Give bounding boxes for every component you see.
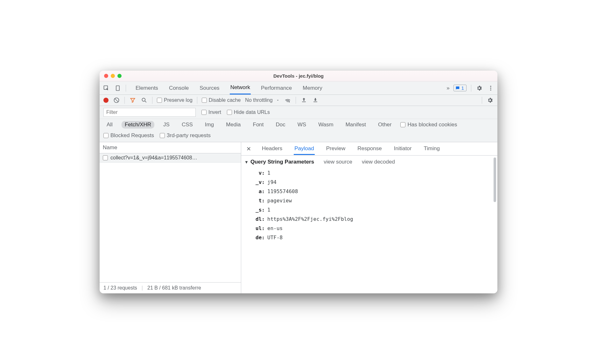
panel-tabstrip: ElementsConsoleSourcesNetworkPerformance… xyxy=(100,81,497,95)
split-pane: Name collect?v=1&_v=j94&a=1195574608… 1 … xyxy=(100,142,497,293)
view-decoded-button[interactable]: view decoded xyxy=(362,159,395,165)
detail-tab-timing[interactable]: Timing xyxy=(423,143,440,155)
inspect-element-icon[interactable] xyxy=(103,85,110,92)
request-count: 1 / 23 requests xyxy=(103,285,137,291)
divider xyxy=(482,97,482,104)
third-party-label: 3rd-party requests xyxy=(167,132,211,139)
type-other[interactable]: Other xyxy=(375,121,395,129)
issues-badge[interactable]: 1 xyxy=(453,85,467,91)
param-key: ul: xyxy=(255,225,265,231)
divider xyxy=(126,85,126,92)
detail-tab-preview[interactable]: Preview xyxy=(326,143,346,155)
param-key: t: xyxy=(255,198,265,204)
name-column-header[interactable]: Name xyxy=(100,142,241,153)
param-row: de:UTF-8 xyxy=(255,233,492,242)
param-value: pageview xyxy=(267,198,292,204)
filter-input[interactable] xyxy=(103,108,196,117)
record-button[interactable] xyxy=(103,98,109,103)
svg-rect-1 xyxy=(116,86,119,90)
invert-checkbox[interactable]: Invert xyxy=(201,109,221,115)
search-icon[interactable] xyxy=(141,97,148,104)
type-fetchxhr[interactable]: Fetch/XHR xyxy=(122,121,154,129)
params-list: v:1_v:j94a:1195574608t:pageview_s:1dl:ht… xyxy=(244,168,492,242)
type-img[interactable]: Img xyxy=(202,121,217,129)
type-manifest[interactable]: Manifest xyxy=(342,121,369,129)
param-key: de: xyxy=(255,234,265,241)
detail-tab-headers[interactable]: Headers xyxy=(261,143,283,155)
settings-icon[interactable] xyxy=(476,85,483,92)
network-conditions-icon[interactable] xyxy=(284,97,291,104)
section-title-text: Query String Parameters xyxy=(250,159,314,165)
extra-filter-row: Blocked Requests 3rd-party requests xyxy=(100,130,497,142)
download-har-icon[interactable] xyxy=(312,97,319,104)
tabs-overflow-button[interactable]: » xyxy=(446,82,450,94)
request-row[interactable]: collect?v=1&_v=j94&a=1195574608… xyxy=(100,153,241,163)
third-party-checkbox[interactable]: 3rd-party requests xyxy=(160,132,211,139)
param-value: en-us xyxy=(267,225,283,231)
row-checkbox[interactable] xyxy=(103,155,108,160)
type-media[interactable]: Media xyxy=(223,121,244,129)
tab-console[interactable]: Console xyxy=(168,82,189,94)
svg-point-3 xyxy=(490,88,491,88)
section-toggle[interactable]: ▼ Query String Parameters xyxy=(244,159,314,165)
window-title: DevTools - jec.fyi/blog xyxy=(100,73,497,79)
tab-performance[interactable]: Performance xyxy=(260,82,292,94)
filter-icon[interactable] xyxy=(129,97,136,104)
svg-rect-9 xyxy=(313,102,317,102)
blocked-requests-checkbox[interactable]: Blocked Requests xyxy=(103,132,154,139)
payload-body: ▼ Query String Parameters view source vi… xyxy=(241,156,497,293)
clear-icon[interactable] xyxy=(113,97,120,104)
divider xyxy=(124,97,125,104)
disable-cache-checkbox[interactable]: Disable cache xyxy=(202,97,241,103)
detail-tab-response[interactable]: Response xyxy=(357,143,383,155)
kebab-menu-icon[interactable] xyxy=(487,85,494,92)
param-key: v: xyxy=(255,170,265,176)
tab-network[interactable]: Network xyxy=(230,81,251,94)
preserve-log-checkbox[interactable]: Preserve log xyxy=(157,97,193,103)
hide-data-urls-label: Hide data URLs xyxy=(234,109,270,115)
param-value: 1 xyxy=(267,170,270,176)
close-detail-icon[interactable]: ✕ xyxy=(246,145,253,152)
scrollbar[interactable] xyxy=(494,158,496,202)
request-list-pane: Name collect?v=1&_v=j94&a=1195574608… 1 … xyxy=(100,142,241,293)
hide-data-urls-checkbox[interactable]: Hide data URLs xyxy=(227,109,270,115)
type-doc[interactable]: Doc xyxy=(273,121,289,129)
type-ws[interactable]: WS xyxy=(294,121,309,129)
type-css[interactable]: CSS xyxy=(179,121,196,129)
status-bar: 1 / 23 requests | 21 B / 681 kB transfer… xyxy=(100,282,241,293)
type-all[interactable]: All xyxy=(103,121,116,129)
view-source-button[interactable]: view source xyxy=(324,159,352,165)
param-row: dl:https%3A%2F%2Fjec.fyi%2Fblog xyxy=(255,214,492,224)
svg-point-4 xyxy=(490,89,491,90)
svg-point-7 xyxy=(289,101,290,102)
upload-har-icon[interactable] xyxy=(300,97,307,104)
param-row: v:1 xyxy=(255,168,492,178)
titlebar: DevTools - jec.fyi/blog xyxy=(100,71,497,81)
device-toolbar-icon[interactable] xyxy=(114,85,121,92)
svg-point-6 xyxy=(142,98,145,101)
section-header: ▼ Query String Parameters view source vi… xyxy=(244,159,492,165)
type-font[interactable]: Font xyxy=(250,121,267,129)
param-key: _v: xyxy=(255,179,265,185)
param-key: a: xyxy=(255,188,265,194)
param-row: _v:j94 xyxy=(255,178,492,187)
tab-memory[interactable]: Memory xyxy=(302,82,323,94)
detail-tab-initiator[interactable]: Initiator xyxy=(393,143,412,155)
disable-cache-label: Disable cache xyxy=(209,97,241,103)
svg-rect-8 xyxy=(302,102,306,102)
detail-tab-payload[interactable]: Payload xyxy=(294,143,314,155)
param-value: 1 xyxy=(267,207,270,213)
blocked-requests-label: Blocked Requests xyxy=(110,132,154,139)
throttling-select[interactable]: No throttling xyxy=(245,97,279,103)
type-wasm[interactable]: Wasm xyxy=(315,121,337,129)
tab-elements[interactable]: Elements xyxy=(135,82,159,94)
param-key: dl: xyxy=(255,216,265,222)
param-value: https%3A%2F%2Fjec.fyi%2Fblog xyxy=(267,216,353,222)
preserve-log-label: Preserve log xyxy=(164,97,193,103)
has-blocked-cookies-checkbox[interactable]: Has blocked cookies xyxy=(400,122,457,128)
tab-sources[interactable]: Sources xyxy=(199,82,220,94)
type-js[interactable]: JS xyxy=(160,121,173,129)
network-settings-icon[interactable] xyxy=(487,97,494,104)
issues-count: 1 xyxy=(461,85,464,91)
detail-pane: ✕ HeadersPayloadPreviewResponseInitiator… xyxy=(241,142,497,293)
